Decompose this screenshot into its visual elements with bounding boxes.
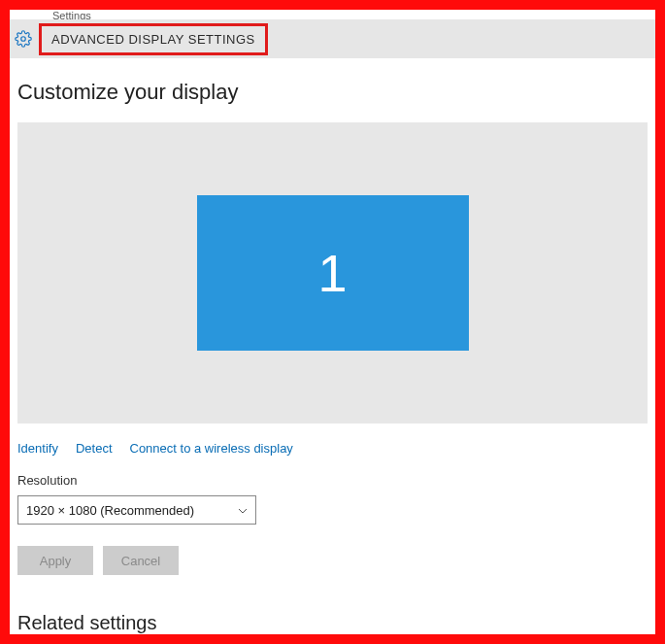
page-title: ADVANCED DISPLAY SETTINGS	[51, 32, 255, 47]
monitor-number: 1	[317, 243, 347, 303]
settings-gear-icon	[14, 29, 33, 49]
header-bar: ADVANCED DISPLAY SETTINGS	[10, 19, 655, 58]
chevron-down-icon	[238, 505, 248, 516]
resolution-select[interactable]: 1920 × 1080 (Recommended)	[17, 495, 256, 525]
identify-link[interactable]: Identify	[17, 441, 58, 456]
related-settings-heading: Related settings	[17, 612, 648, 634]
monitor-tile-1[interactable]: 1	[197, 195, 469, 351]
action-button-row: Apply Cancel	[17, 546, 648, 575]
resolution-label: Resolution	[17, 473, 648, 488]
window-caption-truncated: Settings	[10, 10, 655, 19]
display-link-row: Identify Detect Connect to a wireless di…	[17, 441, 648, 456]
detect-link[interactable]: Detect	[76, 441, 113, 456]
apply-button[interactable]: Apply	[17, 546, 93, 575]
title-highlight-box: ADVANCED DISPLAY SETTINGS	[39, 23, 268, 55]
resolution-value: 1920 × 1080 (Recommended)	[26, 503, 194, 518]
svg-point-0	[21, 37, 26, 42]
wireless-display-link[interactable]: Connect to a wireless display	[130, 441, 293, 456]
display-preview-area: 1	[17, 122, 648, 424]
customize-heading: Customize your display	[17, 80, 648, 105]
cancel-button[interactable]: Cancel	[103, 546, 179, 575]
